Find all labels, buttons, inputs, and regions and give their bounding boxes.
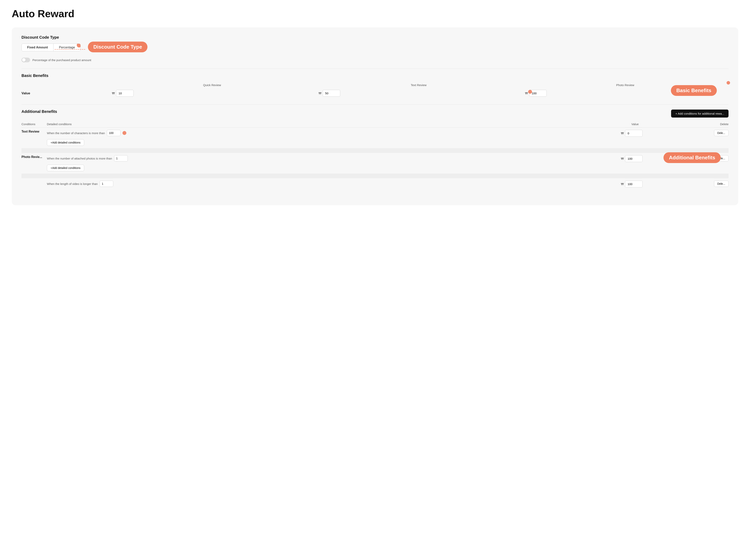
col-value-header: Value	[502, 121, 647, 127]
row-type-photo-review: Photo Revie...	[21, 153, 47, 174]
row-conditions-text-review: When the number of characters is more th…	[47, 127, 502, 148]
row-divider-2	[21, 174, 729, 178]
basic-benefits-section: Basic Benefits Quick Review Text Review …	[21, 74, 729, 98]
photo-review-condition-row: When the number of attached photos is mo…	[47, 155, 502, 161]
additional-benefits-label: Additional Benefits	[21, 109, 57, 114]
divider-2	[21, 104, 729, 105]
currency-quick: ₩	[112, 92, 115, 95]
discount-code-type-label: Discount Code Type	[21, 35, 729, 40]
row-value-photo-review: ₩	[502, 153, 647, 174]
video-condition-row: When the length of video is longer than	[47, 181, 502, 187]
percentage-button[interactable]: Percentage	[54, 44, 80, 51]
basic-benefits-table: Quick Review Text Review Photo Review Va…	[21, 82, 729, 98]
add-conditions-button[interactable]: + Add conditions for additional rewa...	[671, 109, 729, 118]
text-review-condition-row: When the number of characters is more th…	[47, 130, 502, 136]
additional-row-text-review: Text Review When the number of character…	[21, 127, 729, 148]
main-card: Discount Code Type Fixed Amount Percenta…	[12, 27, 738, 205]
divider-1	[21, 68, 729, 69]
video-delete-button[interactable]: Dele...	[714, 181, 729, 187]
text-review-condition-input[interactable]	[107, 130, 120, 136]
percentage-dot-indicator	[77, 43, 81, 47]
video-value-cell: ₩	[502, 181, 647, 187]
video-value-input[interactable]	[625, 181, 643, 187]
percentage-toggle-switch[interactable]	[21, 58, 30, 62]
photo-review-value-input[interactable]	[625, 155, 643, 162]
percentage-toggle-label: Percentage of the purchased product amou…	[33, 58, 91, 62]
photo-review-add-condition-button[interactable]: +Add detailed conditions	[47, 165, 84, 171]
additional-benefits-table: Conditions Detailed conditions Value Del…	[21, 121, 729, 191]
value-row-label: Value	[21, 88, 109, 98]
row-delete-text-review: Dele...	[647, 127, 729, 148]
col-text-review: Text Review	[315, 82, 522, 88]
additional-benefits-dot	[122, 131, 126, 135]
video-condition-text: When the length of video is longer than	[47, 182, 98, 185]
annotation-discount-code-type: Discount Code Type	[88, 42, 147, 52]
text-review-value-cell: ₩	[502, 130, 647, 137]
photo-review-condition-text: When the number of attached photos is mo…	[47, 157, 112, 160]
text-review-add-condition-button[interactable]: +Add detailed conditions	[47, 139, 84, 146]
basic-benefits-label: Basic Benefits	[21, 74, 729, 78]
photo-review-condition-input[interactable]	[114, 155, 128, 161]
percentage-toggle-row: Percentage of the purchased product amou…	[21, 58, 729, 62]
col-delete-header: Delete	[647, 121, 729, 127]
additional-benefits-header: Additional Benefits + Add conditions for…	[21, 109, 729, 118]
row-value-video: ₩	[502, 178, 647, 191]
text-review-value-input[interactable]	[625, 130, 643, 137]
row-value-text-review: ₩	[502, 127, 647, 148]
quick-review-input[interactable]	[116, 90, 134, 97]
photo-review-dot	[727, 81, 730, 84]
row-type-video	[21, 178, 47, 191]
annotation-additional-benefits: Additional Benefits	[664, 152, 721, 163]
text-review-condition-text: When the number of characters is more th…	[47, 132, 105, 135]
currency-text: ₩	[319, 92, 321, 95]
annotation-basic-benefits: Basic Benefits	[671, 85, 717, 96]
discount-type-toggle-group: Fixed Amount Percentage	[21, 43, 81, 51]
row-conditions-photo-review: When the number of attached photos is mo…	[47, 153, 502, 174]
row-divider-1	[21, 148, 729, 153]
additional-row-photo-review: Photo Revie... When the number of attach…	[21, 153, 729, 174]
discount-code-type-section: Discount Code Type Fixed Amount Percenta…	[21, 35, 729, 62]
col-conditions-header: Conditions	[21, 121, 47, 127]
text-review-value-group: ₩	[319, 90, 519, 97]
currency-photo: ₩	[525, 92, 528, 95]
additional-row-video: When the length of video is longer than …	[21, 178, 729, 191]
col-quick-review: Quick Review	[109, 82, 315, 88]
video-condition-input[interactable]	[100, 181, 113, 187]
row-conditions-video: When the length of video is longer than	[47, 178, 502, 191]
col-detailed-header: Detailed conditions	[47, 121, 502, 127]
text-review-delete-button[interactable]: Dele...	[714, 130, 729, 136]
quick-review-value-group: ₩	[112, 90, 312, 97]
text-review-input[interactable]	[323, 90, 340, 97]
page-title: Auto Reward	[12, 8, 738, 20]
additional-benefits-section: Additional Benefits + Add conditions for…	[21, 109, 729, 191]
row-type-text-review: Text Review	[21, 127, 47, 148]
photo-review-value-cell: ₩	[502, 155, 647, 162]
fixed-amount-button[interactable]: Fixed Amount	[22, 44, 54, 51]
row-delete-video: Dele...	[647, 178, 729, 191]
